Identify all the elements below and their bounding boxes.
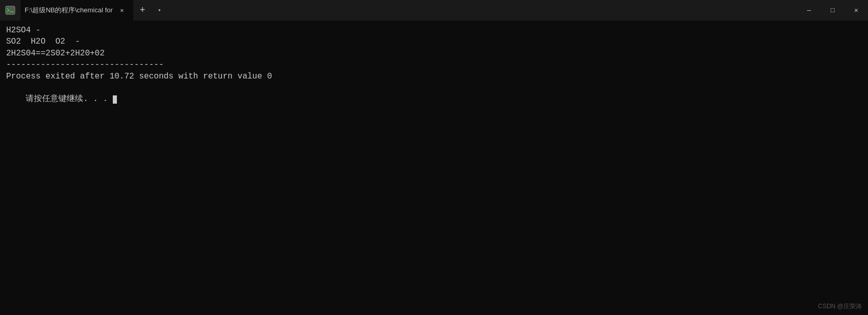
title-bar-left: F:\超级NB的程序\chemical for ✕ + ▾ bbox=[0, 0, 167, 21]
new-tab-button[interactable]: + bbox=[133, 0, 152, 21]
tab-close-button[interactable]: ✕ bbox=[117, 5, 127, 15]
terminal-cursor bbox=[113, 95, 117, 104]
watermark: CSDN @庄荣涛 bbox=[818, 302, 862, 311]
maximize-button[interactable]: □ bbox=[821, 0, 844, 21]
terminal-body: H2SO4 - SO2 H2O O2 - 2H2S04==2S02+2H20+0… bbox=[0, 21, 868, 315]
close-button[interactable]: ✕ bbox=[844, 0, 868, 21]
terminal-line-3: 2H2S04==2S02+2H20+02 bbox=[6, 48, 862, 59]
terminal-prompt-text: 请按任意键继续. . . bbox=[26, 94, 113, 104]
svg-rect-0 bbox=[6, 6, 15, 14]
terminal-app-icon bbox=[0, 0, 21, 21]
tab-dropdown-button[interactable]: ▾ bbox=[152, 0, 167, 21]
terminal-line-2: SO2 H2O O2 - bbox=[6, 36, 862, 47]
active-tab[interactable]: F:\超级NB的程序\chemical for ✕ bbox=[21, 0, 133, 21]
window-controls: — □ ✕ bbox=[797, 0, 868, 21]
terminal-line-6: 请按任意键继续. . . bbox=[6, 82, 862, 116]
title-bar: F:\超级NB的程序\chemical for ✕ + ▾ — □ ✕ bbox=[0, 0, 868, 21]
tab-title-text: F:\超级NB的程序\chemical for bbox=[25, 6, 113, 15]
terminal-line-1: H2SO4 - bbox=[6, 25, 862, 36]
terminal-line-5: Process exited after 10.72 seconds with … bbox=[6, 71, 862, 82]
tab-area: F:\超级NB的程序\chemical for ✕ + ▾ bbox=[0, 0, 167, 21]
terminal-line-4: -------------------------------- bbox=[6, 59, 862, 70]
minimize-button[interactable]: — bbox=[797, 0, 821, 21]
